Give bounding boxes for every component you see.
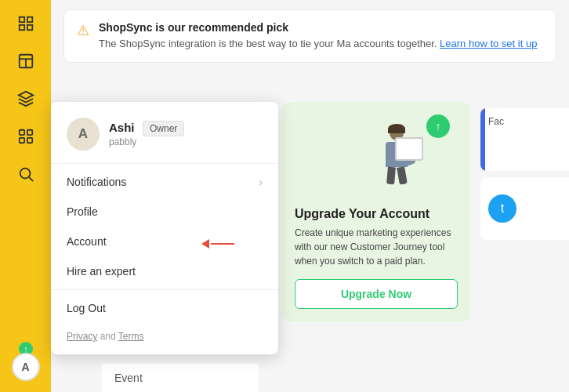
- account-arrow: [201, 239, 234, 249]
- upgrade-description: Create unique marketing experiences with…: [295, 226, 458, 268]
- card-accent: [480, 108, 485, 171]
- card-content: Fac: [480, 108, 569, 135]
- dropdown-user-info: Ashi Owner pabbly: [109, 121, 184, 147]
- dropdown-menu: A Ashi Owner pabbly Notifications › Prof…: [51, 102, 278, 354]
- dropdown-user-name: Ashi: [109, 121, 135, 134]
- right-panel: Fac t: [474, 102, 569, 392]
- sidebar-icon-search[interactable]: [10, 158, 42, 190]
- twitter-icon: t: [488, 194, 516, 223]
- illustration-figure: [329, 118, 423, 197]
- upgrade-card: ↑ Upgrade Y: [282, 102, 470, 321]
- dropdown-notifications[interactable]: Notifications ›: [51, 167, 278, 197]
- dropdown-role-badge: Owner: [143, 121, 184, 136]
- dropdown-logout[interactable]: Log Out: [51, 293, 278, 323]
- upgrade-badge: ↑: [426, 114, 450, 138]
- upgrade-title: Upgrade Your Account: [295, 207, 458, 221]
- sidebar-icon-dashboard[interactable]: [10, 121, 42, 152]
- sidebar-icon-layers[interactable]: [10, 83, 42, 114]
- event-label: Event: [102, 364, 259, 392]
- dropdown-divider: [51, 289, 278, 290]
- svg-rect-2: [19, 25, 24, 30]
- person-leg-left: [386, 167, 396, 185]
- dropdown-profile[interactable]: Profile: [51, 197, 278, 227]
- sidebar-icon-grid[interactable]: [10, 8, 42, 39]
- person-leg-right: [397, 166, 408, 184]
- upgrade-button[interactable]: Upgrade Now: [295, 279, 458, 309]
- sidebar-avatar[interactable]: A: [12, 353, 40, 381]
- card2-content: t: [480, 177, 569, 240]
- dropdown-avatar: A: [67, 118, 100, 151]
- svg-rect-3: [27, 25, 31, 30]
- upgrade-illustration: ↑: [295, 114, 458, 201]
- svg-rect-0: [19, 17, 24, 22]
- account-arrow-line: [211, 243, 234, 245]
- dropdown-header: A Ashi Owner pabbly: [51, 114, 278, 164]
- svg-point-11: [20, 169, 30, 179]
- box-figure: [395, 137, 423, 161]
- svg-rect-10: [27, 138, 31, 143]
- svg-rect-1: [27, 17, 31, 22]
- dropdown-hire[interactable]: Hire an expert: [51, 256, 278, 286]
- banner-link[interactable]: Learn how to set it up: [440, 38, 537, 49]
- svg-rect-7: [19, 130, 24, 135]
- svg-line-12: [29, 177, 33, 181]
- person-hair: [388, 124, 405, 133]
- banner-body: The ShopSync integration is the best way…: [99, 37, 537, 51]
- sidebar-icon-layout[interactable]: [10, 45, 42, 77]
- dropdown-org: pabbly: [109, 136, 184, 147]
- warning-icon: ⚠: [77, 22, 89, 39]
- sidebar: ↑ A: [0, 0, 51, 392]
- right-card-1[interactable]: Fac: [480, 108, 569, 171]
- banner-text: ShopSync is our recommended pick The Sho…: [99, 21, 537, 51]
- right-card-2[interactable]: t: [480, 177, 569, 240]
- chevron-right-icon: ›: [259, 176, 263, 188]
- account-arrow-head: [201, 239, 209, 249]
- banner-title: ShopSync is our recommended pick: [99, 21, 537, 34]
- svg-rect-8: [27, 130, 31, 135]
- dropdown-user-name-row: Ashi Owner: [109, 121, 184, 135]
- terms-link[interactable]: Terms: [118, 331, 144, 342]
- svg-rect-9: [19, 138, 24, 143]
- privacy-link[interactable]: Privacy: [67, 331, 97, 342]
- person-legs: [386, 167, 408, 184]
- main-area: ⚠ ShopSync is our recommended pick The S…: [51, 0, 569, 392]
- dropdown-account[interactable]: Account: [51, 227, 278, 256]
- recommendation-banner: ⚠ ShopSync is our recommended pick The S…: [63, 9, 556, 63]
- dropdown-footer: Privacy and Terms: [51, 323, 278, 345]
